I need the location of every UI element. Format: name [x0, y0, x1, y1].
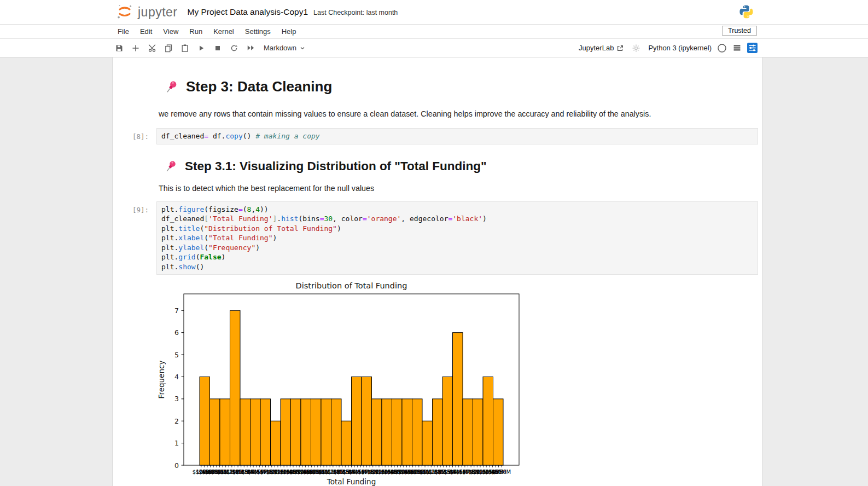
trusted-button[interactable]: Trusted: [722, 26, 757, 36]
run-all-button[interactable]: [244, 42, 257, 55]
markdown-cell-step31[interactable]: Step 3.1: Visualizing Distribution of "T…: [163, 159, 762, 174]
markdown-cell-step3[interactable]: Step 3: Data Cleaning: [163, 78, 762, 95]
cell-prompt: [9]:: [113, 201, 156, 275]
cut-button[interactable]: [145, 42, 159, 55]
checkpoint-status: Last Checkpoint: last month: [313, 9, 398, 16]
chevron-down-icon: [299, 45, 306, 51]
heading-step31: Step 3.1: Visualizing Distribution of "T…: [185, 159, 487, 173]
menu-edit[interactable]: Edit: [135, 27, 158, 36]
stop-button[interactable]: [211, 42, 224, 55]
notebook-title[interactable]: My Project Data analysis-Copy1: [188, 7, 308, 17]
jupyter-notebook-app: jupyter My Project Data analysis-Copy1 L…: [0, 0, 868, 486]
paste-icon: [180, 44, 189, 53]
main-content-area: Step 3: Data Cleaning we remove any rows…: [0, 57, 868, 486]
restart-icon: [230, 44, 238, 53]
cell-prompt: [8]:: [113, 128, 156, 144]
save-button[interactable]: [113, 42, 126, 55]
code-editor[interactable]: df_cleaned= df.copy() # making a copy: [156, 128, 758, 144]
cell-type-dropdown[interactable]: Markdown: [264, 44, 306, 52]
menu-help[interactable]: Help: [276, 27, 302, 36]
svg-text:4: 4: [174, 373, 179, 381]
svg-text:Distribution of Total Funding: Distribution of Total Funding: [296, 281, 407, 290]
svg-text:1: 1: [174, 439, 179, 447]
cut-icon: [148, 43, 157, 53]
open-in-jupyterlab-link[interactable]: JupyterLab: [579, 44, 624, 52]
copy-button[interactable]: [162, 42, 175, 55]
svg-text:7: 7: [174, 306, 179, 315]
stop-icon: [213, 44, 222, 53]
code-cell-9: [9]: plt.figure(figsize=(8,4))df_cleaned…: [113, 201, 762, 275]
svg-text:6: 6: [174, 328, 179, 337]
kernel-status-icon: [717, 43, 727, 53]
notebook-toolbar: Markdown JupyterLab P: [0, 39, 868, 57]
pushpin-icon: [163, 79, 179, 95]
add-cell-button[interactable]: [129, 42, 142, 55]
gear-icon: [632, 44, 640, 53]
cell-type-value: Markdown: [264, 44, 296, 52]
run-icon: [197, 44, 206, 53]
code-cell-8: [8]: df_cleaned= df.copy() # making a co…: [113, 128, 762, 144]
menu-settings[interactable]: Settings: [240, 27, 276, 36]
jupyterlab-label: JupyterLab: [579, 44, 614, 52]
menu-run[interactable]: Run: [184, 27, 208, 36]
paste-button[interactable]: [178, 42, 191, 55]
run-button[interactable]: [195, 42, 208, 55]
menu-view[interactable]: View: [158, 27, 184, 36]
pushpin-icon: [163, 159, 178, 174]
jupyter-logo[interactable]: jupyter: [115, 2, 178, 22]
copy-icon: [164, 44, 173, 53]
menu-icon[interactable]: [732, 43, 742, 53]
run-all-icon: [246, 43, 255, 53]
svg-text:Total Funding: Total Funding: [327, 477, 376, 486]
svg-text:Frequency: Frequency: [157, 361, 166, 399]
svg-text:5: 5: [174, 351, 179, 359]
notebook-panel: Step 3: Data Cleaning we remove any rows…: [112, 57, 762, 486]
markdown-paragraph[interactable]: This is to detect which the best replace…: [159, 184, 762, 193]
menu-file[interactable]: File: [112, 27, 135, 36]
header-bar: jupyter My Project Data analysis-Copy1 L…: [0, 0, 868, 25]
svg-text:0: 0: [174, 461, 179, 470]
heading-step3: Step 3: Data Cleaning: [186, 78, 332, 95]
markdown-paragraph[interactable]: we remove any rows that contain missing …: [159, 109, 762, 118]
debugger-button[interactable]: [630, 42, 643, 55]
svg-text:3: 3: [174, 395, 179, 403]
histogram-chart: 01234567$100K$250K$400K$500K$600K$750K$8…: [156, 279, 542, 486]
jupyter-logo-icon: [115, 2, 135, 22]
restart-kernel-button[interactable]: [228, 42, 241, 55]
external-link-icon: [616, 44, 624, 52]
kernel-name[interactable]: Python 3 (ipykernel): [648, 44, 712, 52]
menu-bar: File Edit View Run Kernel Settings Help …: [0, 25, 868, 39]
cell-output-figure: 01234567$100K$250K$400K$500K$600K$750K$8…: [156, 279, 762, 486]
save-icon: [115, 44, 124, 53]
app-name: jupyter: [138, 5, 178, 20]
menu-kernel[interactable]: Kernel: [208, 27, 240, 36]
add-cell-icon: [131, 44, 140, 53]
python-logo-icon: [739, 4, 754, 19]
notebook-tools-icon[interactable]: [747, 43, 758, 53]
svg-text:2: 2: [174, 417, 179, 425]
svg-text:$350M: $350M: [492, 469, 511, 475]
code-editor[interactable]: plt.figure(figsize=(8,4))df_cleaned['Tot…: [156, 201, 758, 275]
